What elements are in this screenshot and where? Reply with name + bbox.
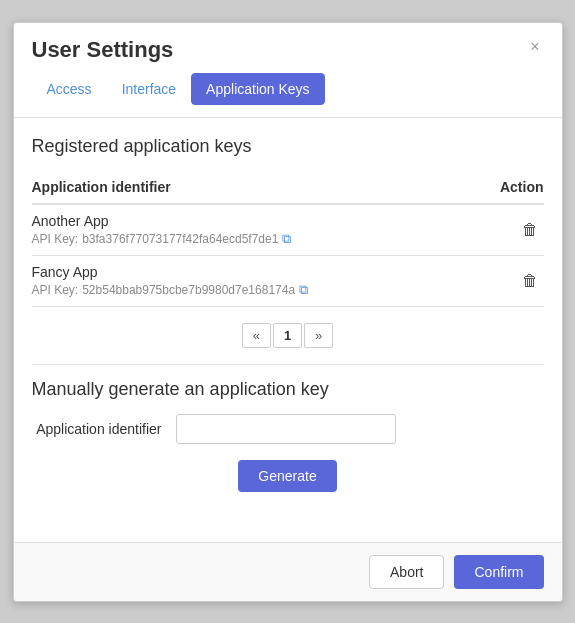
app-keys-table: Application identifier Action Another Ap… bbox=[32, 171, 544, 307]
user-settings-modal: User Settings × Access Interface Applica… bbox=[13, 22, 563, 602]
col-action: Action bbox=[500, 179, 544, 195]
api-key-value-2: 52b54bbab975bcbe7b9980d7e168174a bbox=[82, 283, 295, 297]
app-name-2: Fancy App bbox=[32, 264, 309, 280]
copy-icon-1[interactable]: ⧉ bbox=[282, 231, 291, 247]
generate-section: Manually generate an application key App… bbox=[32, 379, 544, 492]
delete-button-1[interactable]: 🗑 bbox=[516, 219, 544, 241]
generate-section-title: Manually generate an application key bbox=[32, 379, 544, 400]
app-identifier-row: Application identifier bbox=[32, 414, 544, 444]
table-row: Fancy App API Key: 52b54bbab975bcbe7b998… bbox=[32, 256, 544, 307]
registered-section-title: Registered application keys bbox=[32, 136, 544, 157]
close-button[interactable]: × bbox=[526, 37, 543, 57]
abort-button[interactable]: Abort bbox=[369, 555, 444, 589]
app-info-2: Fancy App API Key: 52b54bbab975bcbe7b998… bbox=[32, 264, 309, 298]
tab-application-keys[interactable]: Application Keys bbox=[191, 73, 325, 105]
api-key-1: API Key: b3fa376f77073177f42fa64ecd5f7de… bbox=[32, 231, 292, 247]
col-app-identifier: Application identifier bbox=[32, 179, 171, 195]
pagination-current[interactable]: 1 bbox=[273, 323, 302, 348]
confirm-button[interactable]: Confirm bbox=[454, 555, 543, 589]
api-key-label-1: API Key: bbox=[32, 232, 79, 246]
tab-access[interactable]: Access bbox=[32, 73, 107, 105]
table-row: Another App API Key: b3fa376f77073177f42… bbox=[32, 205, 544, 256]
api-key-2: API Key: 52b54bbab975bcbe7b9980d7e168174… bbox=[32, 282, 309, 298]
tabs-container: Access Interface Application Keys bbox=[14, 63, 562, 105]
app-identifier-label: Application identifier bbox=[32, 421, 162, 437]
section-divider bbox=[32, 364, 544, 365]
pagination-prev[interactable]: « bbox=[242, 323, 271, 348]
delete-button-2[interactable]: 🗑 bbox=[516, 270, 544, 292]
app-name-1: Another App bbox=[32, 213, 292, 229]
generate-button[interactable]: Generate bbox=[238, 460, 336, 492]
api-key-value-1: b3fa376f77073177f42fa64ecd5f7de1 bbox=[82, 232, 278, 246]
pagination-next[interactable]: » bbox=[304, 323, 333, 348]
modal-footer: Abort Confirm bbox=[14, 542, 562, 601]
pagination: « 1 » bbox=[32, 323, 544, 348]
copy-icon-2[interactable]: ⧉ bbox=[299, 282, 308, 298]
modal-title: User Settings bbox=[32, 37, 174, 63]
modal-header: User Settings × bbox=[14, 23, 562, 63]
app-identifier-input[interactable] bbox=[176, 414, 396, 444]
modal-body: Registered application keys Application … bbox=[14, 118, 562, 542]
api-key-label-2: API Key: bbox=[32, 283, 79, 297]
tab-interface[interactable]: Interface bbox=[107, 73, 191, 105]
table-header: Application identifier Action bbox=[32, 171, 544, 205]
app-info-1: Another App API Key: b3fa376f77073177f42… bbox=[32, 213, 292, 247]
